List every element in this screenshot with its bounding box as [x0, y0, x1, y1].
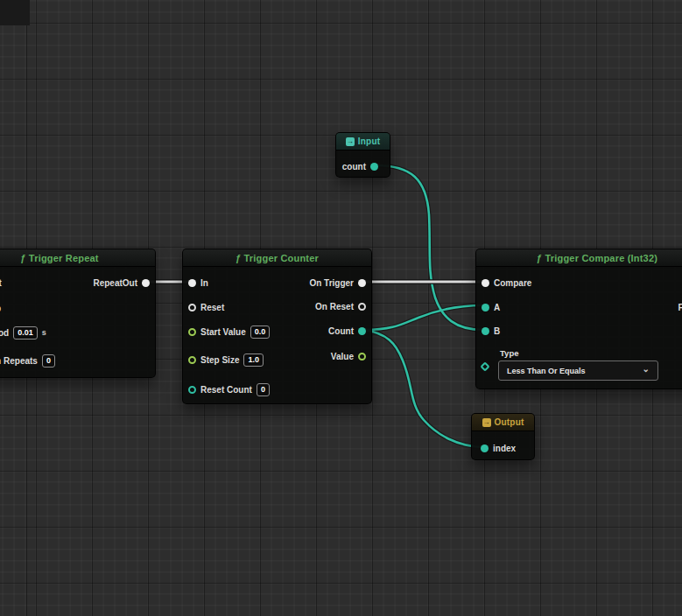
node-trigger-counter[interactable]: ƒ Trigger Counter In Reset Start Value 0… [182, 248, 372, 404]
pin-label-start: Start [0, 278, 2, 288]
pin-label-on-trigger: On Trigger [309, 278, 354, 288]
enum-pin-type[interactable] [480, 361, 489, 371]
type-pin-label: Type [500, 348, 518, 358]
pin-label-compare: Compare [494, 278, 531, 288]
pin-label-on-reset: On Reset [315, 302, 354, 312]
type-dropdown[interactable]: Less Than Or Equals ⌄ [498, 360, 658, 381]
node-trigger-compare-titlebar[interactable]: ƒ Trigger Compare (Int32) [476, 249, 682, 267]
value-start-value[interactable]: 0.0 [250, 326, 271, 339]
node-graph-input-titlebar[interactable]: → Input [336, 133, 390, 150]
pin-label-in: In [200, 278, 208, 288]
pin-label-start-value: Start Value [200, 327, 246, 337]
int-pin-b[interactable] [482, 327, 489, 335]
exec-pin-on-reset[interactable] [358, 303, 366, 311]
exec-pin-repeatout[interactable] [142, 279, 150, 287]
period-unit-label: s [42, 328, 46, 337]
value-reset-count[interactable]: 0 [257, 383, 270, 396]
int-pin-input-count[interactable] [370, 163, 378, 171]
node-title-text: ƒ Trigger Compare (Int32) [537, 253, 657, 263]
pin-label-false: False [678, 303, 682, 312]
node-title-text: Input [358, 136, 380, 146]
output-icon: → [482, 418, 491, 427]
node-trigger-compare[interactable]: ƒ Trigger Compare (Int32) Compare A B Ty… [475, 248, 682, 389]
chevron-down-icon: ⌄ [643, 364, 650, 374]
int-pin-output-index[interactable] [481, 444, 489, 452]
exec-pin-compare[interactable] [482, 279, 489, 287]
pin-label-reset-count: Reset Count [200, 385, 252, 395]
pin-label-output-index: index [493, 444, 516, 453]
pin-label-num-repeats: Num Repeats [0, 356, 38, 366]
pin-label-step-size: Step Size [200, 355, 239, 365]
exec-pin-in[interactable] [188, 279, 196, 287]
pin-label-count: Count [328, 326, 354, 336]
node-graph-input[interactable]: → Input count [335, 132, 390, 178]
value-period[interactable]: 0.01 [13, 326, 38, 340]
pin-label-repeatout: RepeatOut [93, 278, 137, 288]
float-pin-value[interactable] [358, 353, 366, 360]
node-graph-output[interactable]: → Output index [471, 413, 535, 460]
pin-label-period: Period [0, 328, 9, 338]
float-pin-step-size[interactable] [188, 356, 196, 364]
node-trigger-repeat-titlebar[interactable]: ƒ Trigger Repeat [0, 249, 155, 267]
int-pin-a[interactable] [482, 304, 489, 312]
pin-label-reset: Reset [200, 303, 224, 312]
node-trigger-repeat[interactable]: ƒ Trigger Repeat Start Stop Period 0.01 … [0, 248, 156, 378]
pin-label-a: A [494, 303, 500, 312]
float-pin-start-value[interactable] [188, 328, 196, 336]
node-title-text: ƒ Trigger Repeat [20, 253, 98, 263]
node-trigger-counter-titlebar[interactable]: ƒ Trigger Counter [183, 249, 371, 267]
pin-label-stop: Stop [0, 304, 1, 313]
int-pin-count[interactable] [358, 327, 366, 335]
node-title-text: ƒ Trigger Counter [236, 253, 319, 263]
value-step-size[interactable]: 1.0 [243, 354, 264, 367]
node-graph-output-titlebar[interactable]: → Output [472, 414, 534, 431]
wire-count-to-index-halo [364, 330, 482, 447]
pin-label-b: B [494, 326, 500, 336]
pin-label-input-count: count [342, 162, 366, 172]
graph-canvas[interactable]: ƒ Trigger Repeat Start Stop Period 0.01 … [0, 0, 682, 616]
wire-count-to-output-index[interactable] [364, 330, 482, 447]
value-num-repeats[interactable]: 0 [42, 354, 55, 368]
dropdown-selected-value: Less Than Or Equals [507, 367, 586, 375]
pin-label-value: Value [331, 352, 354, 361]
exec-pin-reset[interactable] [188, 304, 196, 312]
int-pin-reset-count[interactable] [188, 386, 196, 394]
node-title-text: Output [495, 417, 524, 427]
exec-pin-on-trigger[interactable] [358, 279, 366, 287]
input-icon: → [346, 137, 355, 146]
